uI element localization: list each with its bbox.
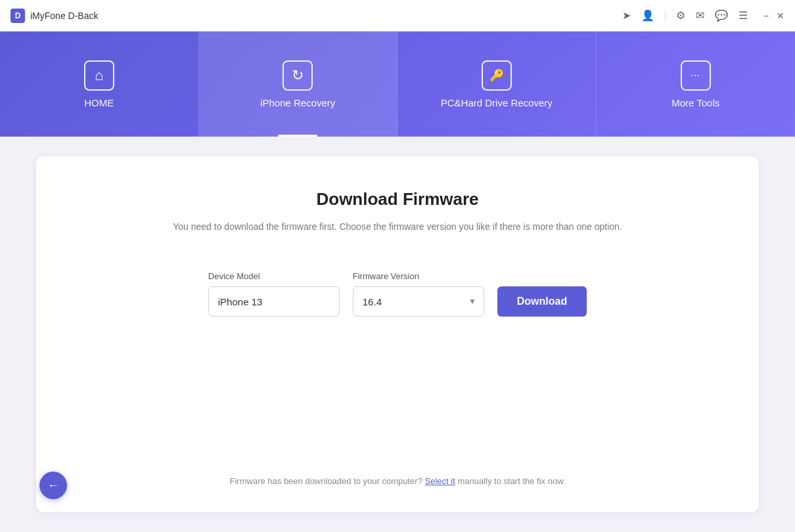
content-card: Download Firmware You need to download t… xyxy=(36,156,759,512)
page-title: Download Firmware xyxy=(316,189,478,210)
app-logo: D xyxy=(11,9,25,23)
page-subtitle: You need to download the firmware first.… xyxy=(173,221,622,232)
pc-recovery-icon-wrapper: 🔑 xyxy=(482,60,512,91)
share-icon[interactable]: ➤ xyxy=(622,9,631,22)
nav-more-tools-label: More Tools xyxy=(671,97,719,108)
title-bar-left: D iMyFone D-Back xyxy=(11,9,98,23)
note-prefix: Firmware has been downloaded to your com… xyxy=(230,476,422,486)
menu-icon[interactable]: ☰ xyxy=(738,9,748,22)
firmware-version-group: Firmware Version 16.4 16.3 16.2 16.1 15.… xyxy=(353,271,484,317)
firmware-version-wrapper: 16.4 16.3 16.2 16.1 15.7 ▼ xyxy=(353,286,484,317)
nav-bar: ⌂ HOME ↻ iPhone Recovery 🔑 PC&Hard Drive… xyxy=(0,32,795,137)
more-tools-icon-wrapper: ⋯ xyxy=(681,60,711,91)
download-button[interactable]: Download xyxy=(497,286,587,317)
firmware-version-label: Firmware Version xyxy=(353,271,484,281)
minimize-button[interactable]: − xyxy=(763,11,769,21)
back-button[interactable]: ← xyxy=(39,472,67,499)
settings-icon[interactable]: ⚙ xyxy=(676,9,685,22)
nav-more-tools[interactable]: ⋯ More Tools xyxy=(597,32,796,137)
firmware-version-select[interactable]: 16.4 16.3 16.2 16.1 15.7 xyxy=(353,286,484,317)
home-icon: ⌂ xyxy=(95,67,103,84)
iphone-recovery-icon: ↻ xyxy=(292,67,304,84)
device-model-group: Device Model xyxy=(208,271,340,317)
main-content: Download Firmware You need to download t… xyxy=(0,137,795,532)
nav-pc-hard-drive-recovery[interactable]: 🔑 PC&Hard Drive Recovery xyxy=(398,32,597,137)
app-title: iMyFone D-Back xyxy=(30,11,98,21)
mail-icon[interactable]: ✉ xyxy=(696,9,704,22)
firmware-note: Firmware has been downloaded to your com… xyxy=(230,476,566,486)
title-bar: D iMyFone D-Back ➤ 👤 ⚙ ✉ 💬 ☰ − ✕ xyxy=(0,0,795,32)
home-icon-wrapper: ⌂ xyxy=(84,60,114,91)
nav-iphone-recovery[interactable]: ↻ iPhone Recovery xyxy=(199,32,398,137)
chat-icon[interactable]: 💬 xyxy=(715,9,728,22)
profile-icon[interactable]: 👤 xyxy=(641,9,654,22)
device-model-label: Device Model xyxy=(208,271,340,281)
note-suffix: manually to start the fix now. xyxy=(457,476,565,486)
iphone-recovery-icon-wrapper: ↻ xyxy=(283,60,313,91)
divider xyxy=(665,11,666,21)
more-tools-icon: ⋯ xyxy=(691,70,701,81)
window-controls: − ✕ xyxy=(763,11,784,21)
firmware-form: Device Model Firmware Version 16.4 16.3 … xyxy=(208,271,587,317)
device-model-input[interactable] xyxy=(208,286,340,317)
pc-recovery-icon: 🔑 xyxy=(489,68,504,83)
title-bar-right: ➤ 👤 ⚙ ✉ 💬 ☰ − ✕ xyxy=(622,9,784,22)
nav-iphone-recovery-label: iPhone Recovery xyxy=(260,97,335,108)
nav-home[interactable]: ⌂ HOME xyxy=(0,32,199,137)
close-button[interactable]: ✕ xyxy=(777,11,784,21)
nav-pc-recovery-label: PC&Hard Drive Recovery xyxy=(441,97,553,108)
select-it-link[interactable]: Select it xyxy=(425,476,455,486)
nav-home-label: HOME xyxy=(84,97,114,108)
